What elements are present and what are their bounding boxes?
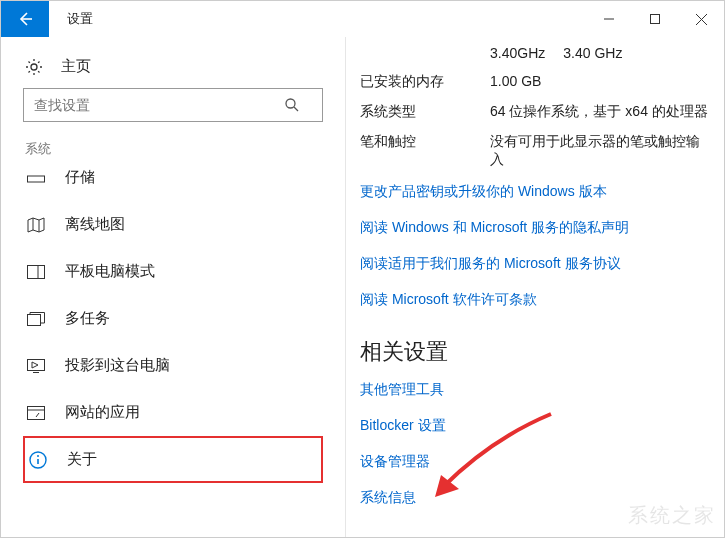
storage-icon (27, 173, 47, 183)
link-system-info[interactable]: 系统信息 (360, 489, 710, 507)
pen-label: 笔和触控 (360, 133, 490, 169)
svg-rect-3 (28, 176, 45, 182)
link-admin-tools[interactable]: 其他管理工具 (360, 381, 710, 399)
titlebar: 设置 (1, 1, 724, 37)
sidebar-home-label: 主页 (61, 57, 91, 76)
link-change-product-key[interactable]: 更改产品密钥或升级你的 Windows 版本 (360, 183, 710, 201)
link-device-manager[interactable]: 设备管理器 (360, 453, 710, 471)
project-icon (27, 359, 47, 373)
sidebar-item-label: 网站的应用 (65, 403, 140, 422)
ram-value: 1.00 GB (490, 73, 710, 91)
link-service-agreement[interactable]: 阅读适用于我们服务的 Microsoft 服务协议 (360, 255, 710, 273)
svg-point-1 (31, 64, 37, 70)
search-input[interactable] (24, 97, 284, 113)
pen-value: 没有可用于此显示器的笔或触控输入 (490, 133, 710, 169)
sidebar-item-label: 离线地图 (65, 215, 125, 234)
svg-rect-6 (28, 359, 45, 370)
sidebar-item-multitask[interactable]: 多任务 (23, 295, 323, 342)
sidebar-item-offline-maps[interactable]: 离线地图 (23, 201, 323, 248)
sidebar-item-label: 多任务 (65, 309, 110, 328)
back-button[interactable] (1, 1, 49, 37)
cpu-freq-1: 3.40GHz (490, 45, 545, 61)
systype-value: 64 位操作系统，基于 x64 的处理器 (490, 103, 710, 121)
sidebar-item-tablet-mode[interactable]: 平板电脑模式 (23, 248, 323, 295)
svg-rect-5 (28, 314, 41, 325)
sidebar-item-label: 投影到这台电脑 (65, 356, 170, 375)
systype-label: 系统类型 (360, 103, 490, 121)
maximize-button[interactable] (632, 1, 678, 37)
sidebar-group-label: 系统 (25, 140, 323, 158)
search-box[interactable] (23, 88, 323, 122)
spec-row-systype: 系统类型 64 位操作系统，基于 x64 的处理器 (360, 103, 710, 121)
minimize-button[interactable] (586, 1, 632, 37)
sidebar-item-label: 关于 (67, 450, 97, 469)
window-title: 设置 (49, 1, 93, 37)
link-privacy-statement[interactable]: 阅读 Windows 和 Microsoft 服务的隐私声明 (360, 219, 710, 237)
map-icon (27, 217, 47, 233)
close-button[interactable] (678, 1, 724, 37)
gear-icon (25, 58, 43, 76)
svg-rect-7 (28, 406, 45, 419)
spec-row-pen: 笔和触控 没有可用于此显示器的笔或触控输入 (360, 133, 710, 169)
sidebar-item-label: 平板电脑模式 (65, 262, 155, 281)
apps-icon (27, 406, 47, 420)
svg-point-9 (37, 455, 39, 457)
svg-rect-0 (651, 15, 660, 24)
sidebar-item-projecting[interactable]: 投影到这台电脑 (23, 342, 323, 389)
sidebar-item-storage[interactable]: 仔储 (23, 168, 323, 201)
sidebar-item-about[interactable]: 关于 (23, 436, 323, 483)
ram-label: 已安装的内存 (360, 73, 490, 91)
main-content: 3.40GHz 3.40 GHz 已安装的内存 1.00 GB 系统类型 64 … (346, 37, 724, 537)
spec-row-ram: 已安装的内存 1.00 GB (360, 73, 710, 91)
search-icon (284, 97, 322, 113)
link-bitlocker[interactable]: Bitlocker 设置 (360, 417, 710, 435)
tablet-icon (27, 265, 47, 279)
sidebar-item-label: 仔储 (65, 168, 95, 187)
sidebar-home[interactable]: 主页 (23, 51, 323, 88)
info-icon (29, 451, 49, 469)
svg-point-2 (286, 99, 295, 108)
sidebar-item-website-apps[interactable]: 网站的应用 (23, 389, 323, 436)
cpu-freq-2: 3.40 GHz (563, 45, 622, 61)
link-license-terms[interactable]: 阅读 Microsoft 软件许可条款 (360, 291, 710, 309)
sidebar: 主页 系统 仔储 离线地图 平板电脑模式 多任务 投影到这台电脑 (1, 37, 346, 537)
multitask-icon (27, 312, 47, 326)
svg-rect-4 (28, 265, 45, 278)
spec-row-frequency: 3.40GHz 3.40 GHz (360, 45, 710, 61)
related-heading: 相关设置 (360, 337, 710, 367)
